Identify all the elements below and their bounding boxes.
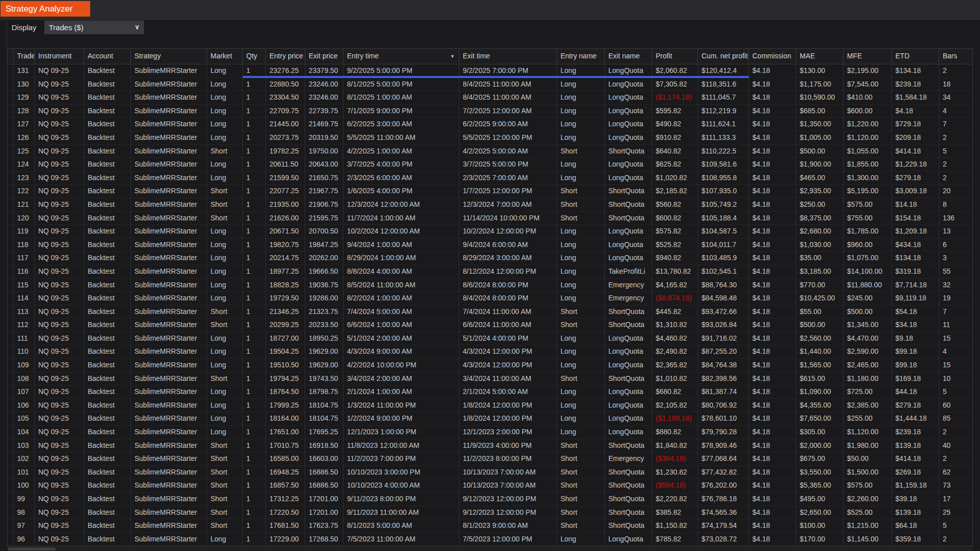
row-selector[interactable] — [8, 372, 14, 386]
table-row[interactable]: 107NQ 09-25BacktestSublimeMRRStarterLong… — [8, 385, 972, 399]
scrollbar-thumb[interactable] — [8, 547, 55, 550]
table-row[interactable]: 130NQ 09-25BacktestSublimeMRRStarterLong… — [8, 78, 972, 92]
row-selector[interactable] — [8, 252, 14, 265]
table-row[interactable]: 116NQ 09-25BacktestSublimeMRRStarterLong… — [8, 265, 972, 279]
row-selector[interactable] — [8, 412, 14, 426]
table-row[interactable]: 124NQ 09-25BacktestSublimeMRRStarterLong… — [8, 158, 972, 172]
column-header-profit[interactable]: Profit — [652, 49, 698, 64]
table-row[interactable]: 104NQ 09-25BacktestSublimeMRRStarterLong… — [8, 426, 972, 439]
row-selector[interactable] — [8, 399, 14, 413]
row-selector[interactable] — [8, 185, 14, 198]
row-selector[interactable] — [8, 279, 14, 292]
row-selector[interactable] — [8, 533, 14, 546]
table-row[interactable]: 106NQ 09-25BacktestSublimeMRRStarterLong… — [8, 399, 972, 413]
table-row[interactable]: 114NQ 09-25BacktestSublimeMRRStarterLong… — [8, 292, 972, 305]
column-header-exit-time[interactable]: Exit time — [459, 49, 557, 64]
column-header-account[interactable]: Account — [84, 49, 131, 64]
row-selector[interactable] — [8, 319, 14, 332]
table-row[interactable]: 96NQ 09-25BacktestSublimeMRRStarterLong1… — [8, 533, 972, 546]
table-row[interactable]: 123NQ 09-25BacktestSublimeMRRStarterLong… — [8, 172, 972, 185]
table-row[interactable]: 102NQ 09-25BacktestSublimeMRRStarterShor… — [8, 452, 972, 466]
row-selector[interactable] — [8, 466, 14, 480]
row-selector[interactable] — [8, 385, 14, 399]
table-row[interactable]: 101NQ 09-25BacktestSublimeMRRStarterShor… — [8, 466, 972, 480]
column-header-trade[interactable]: Trade — [14, 49, 35, 64]
table-row[interactable]: 126NQ 09-25BacktestSublimeMRRStarterLong… — [8, 131, 972, 145]
row-selector[interactable] — [8, 519, 14, 533]
column-header-entry-name[interactable]: Entry name — [557, 49, 605, 64]
table-row[interactable]: 105NQ 09-25BacktestSublimeMRRStarterLong… — [8, 412, 972, 426]
display-dropdown[interactable]: Trades ($) ∨ — [44, 21, 144, 34]
cell-entry-price: 16585.00 — [266, 452, 305, 466]
table-row[interactable]: 118NQ 09-25BacktestSublimeMRRStarterLong… — [8, 239, 972, 252]
row-selector[interactable] — [8, 212, 14, 225]
column-header-market[interactable]: Market — [207, 49, 243, 64]
table-row[interactable]: 111NQ 09-25BacktestSublimeMRRStarterLong… — [8, 332, 972, 346]
column-header-label: Exit time — [463, 52, 490, 60]
row-selector[interactable] — [8, 131, 14, 145]
table-row[interactable]: 109NQ 09-25BacktestSublimeMRRStarterLong… — [8, 359, 972, 372]
row-selector[interactable] — [8, 265, 14, 279]
table-row[interactable]: 112NQ 09-25BacktestSublimeMRRStarterShor… — [8, 319, 972, 332]
row-selector[interactable] — [8, 91, 14, 105]
row-selector[interactable] — [8, 145, 14, 159]
row-selector[interactable] — [8, 452, 14, 466]
column-header-instrument[interactable]: Instrument — [35, 49, 84, 64]
row-selector[interactable] — [8, 118, 14, 131]
row-selector[interactable] — [8, 198, 14, 212]
table-row[interactable]: 127NQ 09-25BacktestSublimeMRRStarterLong… — [8, 118, 972, 131]
table-row[interactable]: 119NQ 09-25BacktestSublimeMRRStarterLong… — [8, 225, 972, 239]
table-row[interactable]: 129NQ 09-25BacktestSublimeMRRStarterLong… — [8, 91, 972, 105]
column-header-mae[interactable]: MAE — [796, 49, 844, 64]
row-selector[interactable] — [8, 359, 14, 372]
column-header-qty[interactable]: Qty — [243, 49, 266, 64]
row-selector[interactable] — [8, 105, 14, 118]
row-selector[interactable] — [8, 64, 14, 78]
table-row[interactable]: 122NQ 09-25BacktestSublimeMRRStarterShor… — [8, 185, 972, 198]
table-row[interactable]: 120NQ 09-25BacktestSublimeMRRStarterShor… — [8, 212, 972, 225]
column-header-exit-name[interactable]: Exit name — [605, 49, 652, 64]
table-row[interactable]: 99NQ 09-25BacktestSublimeMRRStarterShort… — [8, 493, 972, 506]
column-header-entry-price[interactable]: Entry price — [266, 49, 305, 64]
column-header-entry-time[interactable]: Entry time▼ — [343, 49, 459, 64]
table-row[interactable]: 100NQ 09-25BacktestSublimeMRRStarterShor… — [8, 479, 972, 493]
horizontal-scrollbar[interactable] — [7, 547, 973, 550]
column-header-etd[interactable]: ETD — [892, 49, 939, 64]
row-selector[interactable] — [8, 493, 14, 506]
column-header-mfe[interactable]: MFE — [844, 49, 892, 64]
row-selector[interactable] — [8, 426, 14, 439]
table-row[interactable]: 121NQ 09-25BacktestSublimeMRRStarterShor… — [8, 198, 972, 212]
tab-strategy-analyzer[interactable]: Strategy Analyzer — [1, 1, 90, 17]
table-row[interactable]: 103NQ 09-25BacktestSublimeMRRStarterShor… — [8, 439, 972, 453]
table-row[interactable]: 128NQ 09-25BacktestSublimeMRRStarterLong… — [8, 105, 972, 118]
column-header-commission[interactable]: Commission — [749, 49, 796, 64]
table-row[interactable]: 97NQ 09-25BacktestSublimeMRRStarterShort… — [8, 519, 972, 533]
row-selector[interactable] — [8, 305, 14, 319]
table-row[interactable]: 108NQ 09-25BacktestSublimeMRRStarterShor… — [8, 372, 972, 386]
row-selector[interactable] — [8, 239, 14, 252]
cell-bars: 7 — [939, 118, 973, 131]
table-row[interactable]: 113NQ 09-25BacktestSublimeMRRStarterShor… — [8, 305, 972, 319]
row-selector[interactable] — [8, 345, 14, 359]
cell-exit-price: 19629.00 — [305, 345, 343, 359]
row-selector[interactable] — [8, 78, 14, 92]
row-selector[interactable] — [8, 172, 14, 185]
cell-market: Long — [207, 252, 243, 265]
row-selector[interactable] — [8, 292, 14, 305]
row-selector[interactable] — [8, 332, 14, 346]
column-header-exit-price[interactable]: Exit price — [305, 49, 343, 64]
column-header-bars[interactable]: Bars — [939, 49, 973, 64]
cell-qty: 1 — [243, 493, 266, 506]
table-row[interactable]: 98NQ 09-25BacktestSublimeMRRStarterShort… — [8, 506, 972, 520]
table-row[interactable]: 110NQ 09-25BacktestSublimeMRRStarterLong… — [8, 345, 972, 359]
table-row[interactable]: 125NQ 09-25BacktestSublimeMRRStarterShor… — [8, 145, 972, 159]
row-selector[interactable] — [8, 225, 14, 239]
row-selector[interactable] — [8, 158, 14, 172]
column-header-cum-net-profit[interactable]: Cum. net profit — [698, 49, 749, 64]
column-header-strategy[interactable]: Strategy — [131, 49, 207, 64]
table-row[interactable]: 117NQ 09-25BacktestSublimeMRRStarterLong… — [8, 252, 972, 265]
row-selector[interactable] — [8, 506, 14, 520]
table-row[interactable]: 115NQ 09-25BacktestSublimeMRRStarterLong… — [8, 279, 972, 292]
row-selector[interactable] — [8, 439, 14, 453]
row-selector[interactable] — [8, 479, 14, 493]
